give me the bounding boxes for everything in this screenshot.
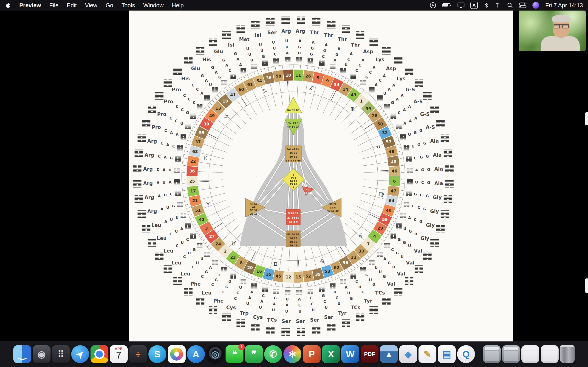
- menu-tools[interactable]: Tools: [121, 0, 135, 10]
- antenna-icon[interactable]: [495, 0, 501, 10]
- svg-text:46: 46: [392, 169, 397, 173]
- menu-go[interactable]: Go: [106, 0, 113, 10]
- menu-app-preview[interactable]: Preview: [19, 0, 41, 10]
- word-icon[interactable]: W: [341, 345, 359, 363]
- screen: Preview File Edit View Go Tools Window H…: [0, 0, 588, 367]
- dock-divider: [479, 345, 479, 363]
- skype-icon[interactable]: S: [148, 345, 166, 363]
- svg-text:G: G: [419, 128, 422, 133]
- quicktime-icon[interactable]: Q: [457, 345, 475, 363]
- calculator-icon[interactable]: ÷: [129, 345, 147, 363]
- control-center-icon[interactable]: [519, 0, 527, 10]
- svg-text:♓: ♓: [203, 155, 208, 161]
- assistant-app-icon[interactable]: [532, 2, 539, 9]
- window-thumb-2-icon[interactable]: [502, 345, 520, 363]
- window-thumb-1-icon[interactable]: [483, 345, 501, 363]
- svg-text:C: C: [176, 104, 179, 109]
- svg-text:U: U: [379, 270, 382, 274]
- svg-text:63: 63: [192, 149, 198, 154]
- acrobat-pdf-icon[interactable]: PDF: [361, 345, 379, 363]
- chrome-icon[interactable]: [90, 345, 108, 363]
- keynote-icon[interactable]: ▤: [438, 345, 456, 363]
- svg-text:A: A: [260, 299, 263, 304]
- svg-text:A: A: [176, 132, 179, 137]
- svg-text:A: A: [225, 63, 228, 67]
- calendar-icon[interactable]: APR7: [110, 345, 128, 363]
- excel-glyph: X: [328, 350, 334, 359]
- svg-text:♌: ♌: [358, 232, 363, 239]
- svg-text:G: G: [372, 283, 376, 287]
- svg-text:27: 27: [209, 234, 215, 239]
- trash-icon[interactable]: [560, 345, 575, 363]
- scrollbar-fragment-top[interactable]: [585, 112, 588, 125]
- svg-text:C: C: [418, 205, 420, 210]
- photo-tool-icon[interactable]: ▲: [380, 345, 398, 363]
- svg-text:G: G: [335, 52, 338, 57]
- menu-window[interactable]: Window: [143, 0, 164, 10]
- powerpoint-icon[interactable]: P: [303, 345, 321, 363]
- svg-text:A: A: [414, 116, 417, 120]
- menu-clock[interactable]: Fri 7 Apr 14:13: [545, 2, 583, 9]
- svg-text:A: A: [200, 91, 204, 96]
- menu-edit[interactable]: Edit: [67, 0, 77, 10]
- photo-tool-glyph: ▲: [384, 350, 393, 359]
- document-thumb-icon[interactable]: [541, 345, 559, 363]
- svg-text:1: 1: [360, 99, 363, 103]
- dock: ‿◉⠿➤APR7÷SA◎❝1❞✆✻PXWPDF▲◈✎▤Q: [0, 341, 588, 367]
- excel-icon[interactable]: X: [322, 345, 340, 363]
- app-store-icon[interactable]: A: [187, 345, 205, 363]
- svg-text:Isl: Isl: [255, 32, 261, 38]
- messages-icon[interactable]: ❝1: [225, 345, 243, 363]
- svg-text:64: 64: [389, 198, 394, 203]
- svg-text:58 41: 58 41: [289, 244, 297, 247]
- svg-text:Ser: Ser: [267, 30, 277, 35]
- svg-text:A: A: [325, 43, 328, 47]
- wechat-icon[interactable]: ❞: [245, 345, 263, 363]
- screen-mirroring-icon[interactable]: [430, 0, 436, 10]
- svg-text:U: U: [312, 308, 315, 312]
- video-call-thumbnail[interactable]: [519, 10, 586, 51]
- menu-help[interactable]: Help: [172, 0, 183, 10]
- svg-text:A: A: [239, 63, 242, 67]
- safari-icon[interactable]: ➤: [71, 345, 89, 363]
- menu-view[interactable]: View: [85, 0, 97, 10]
- screenshot-glyph: ◉: [38, 350, 46, 359]
- svg-text:20 12: 20 12: [289, 155, 297, 158]
- photos-icon[interactable]: [168, 345, 186, 363]
- svg-text:A: A: [409, 119, 412, 123]
- svg-text:37: 37: [195, 140, 201, 144]
- robot-app-icon[interactable]: ◈: [399, 345, 417, 363]
- svg-text:Arg: Arg: [143, 181, 153, 186]
- svg-text:C: C: [158, 154, 161, 158]
- camera-lens-app-icon[interactable]: ◎: [206, 345, 224, 363]
- apple-menu-icon[interactable]: [5, 2, 11, 9]
- svg-text:Pro: Pro: [152, 124, 161, 130]
- svg-text:A: A: [401, 93, 404, 98]
- svg-text:G: G: [298, 45, 301, 49]
- svg-text:G: G: [426, 194, 429, 198]
- battery-icon[interactable]: [442, 0, 451, 10]
- spotlight-icon[interactable]: [507, 0, 513, 10]
- svg-text:37 6: 37 6: [330, 206, 336, 209]
- svg-text:45: 45: [276, 274, 281, 278]
- svg-text:19: 19: [223, 99, 228, 103]
- launchpad-icon[interactable]: ⠿: [52, 345, 70, 363]
- menu-file[interactable]: File: [49, 0, 59, 10]
- svg-text:54: 54: [256, 79, 262, 83]
- screenshot-icon[interactable]: ◉: [33, 345, 51, 363]
- svg-text:55: 55: [199, 131, 204, 135]
- input-source-icon[interactable]: A: [470, 2, 478, 9]
- svg-text:C: C: [170, 232, 172, 236]
- whatsapp-icon[interactable]: ✆: [264, 345, 282, 363]
- scrollbar-fragment-bottom[interactable]: [585, 278, 588, 293]
- svg-text:A: A: [298, 297, 301, 301]
- notes-icon[interactable]: ✎: [418, 345, 436, 363]
- desktop: ♑♐♏♎♍♌♋♊♉♈♓♒1126593414431442850325748184…: [0, 10, 588, 367]
- finder-icon[interactable]: ‿: [13, 345, 31, 363]
- svg-text:5: 5: [317, 76, 319, 80]
- svg-text:A: A: [164, 219, 167, 224]
- pinwheel-app-icon[interactable]: ✻: [284, 345, 301, 363]
- bluetooth-icon[interactable]: [484, 0, 489, 10]
- document-stack-icon[interactable]: [521, 345, 539, 363]
- display-icon[interactable]: [458, 0, 464, 10]
